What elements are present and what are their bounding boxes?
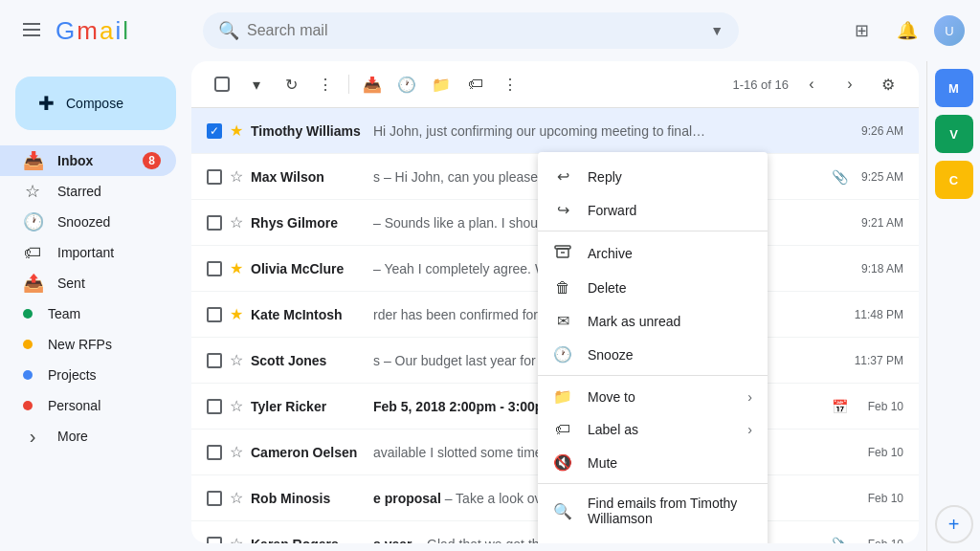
email-checkbox[interactable]: [207, 307, 222, 322]
star-icon[interactable]: ☆: [230, 443, 243, 461]
move-to-icon: 📁: [553, 387, 572, 406]
ctx-mute-label: Mute: [588, 455, 617, 471]
sidebar-item-new-rfps[interactable]: New RFPs: [0, 329, 176, 360]
email-preview: Hi John, just confirming our upcoming me…: [373, 123, 848, 139]
sidebar-label-new-rfps: New RFPs: [48, 337, 161, 352]
far-right-sidebar: M V C +: [926, 61, 980, 551]
email-checkbox[interactable]: [207, 261, 222, 276]
avatar[interactable]: U: [934, 15, 965, 46]
email-time: Feb 10: [856, 446, 903, 459]
select-dropdown-btn[interactable]: ▾: [241, 69, 272, 99]
star-icon[interactable]: ★: [230, 259, 243, 277]
sidebar-item-personal[interactable]: Personal: [0, 390, 176, 421]
star-icon[interactable]: ☆: [230, 213, 243, 231]
email-list-container: ▾ ↻ ⋮ 📥 🕐 📁 🏷 ⋮ 1-16 of 16 ‹ › ⚙ ✓ ★ Tim…: [191, 61, 919, 543]
sidebar-item-sent[interactable]: 📤 Sent: [0, 268, 176, 298]
ctx-move-to[interactable]: 📁 Move to ›: [538, 380, 768, 413]
email-checkbox[interactable]: [207, 215, 222, 231]
ctx-delete[interactable]: 🗑 Delete: [538, 272, 768, 304]
apps-icon[interactable]: ⊞: [842, 11, 880, 50]
ctx-snooze[interactable]: 🕐 Snooze: [538, 338, 768, 371]
clock-btn[interactable]: 🕐: [391, 69, 422, 99]
prev-page-btn[interactable]: ‹: [796, 69, 827, 99]
add-app-button[interactable]: +: [935, 505, 973, 543]
sidebar-item-starred[interactable]: ☆ Starred: [0, 176, 176, 207]
svg-rect-3: [215, 77, 229, 91]
star-icon[interactable]: ☆: [230, 351, 243, 369]
email-checkbox[interactable]: [207, 399, 222, 414]
ctx-find-subject[interactable]: 🔍 Find emails with this subject: [538, 534, 768, 543]
refresh-btn[interactable]: ↻: [276, 69, 306, 99]
star-icon[interactable]: ★: [230, 305, 243, 323]
sidebar-item-team[interactable]: Team: [0, 298, 176, 329]
email-toolbar: ▾ ↻ ⋮ 📥 🕐 📁 🏷 ⋮ 1-16 of 16 ‹ › ⚙: [191, 61, 919, 108]
search-dropdown-icon[interactable]: ▼: [710, 23, 724, 38]
snooze-icon: 🕐: [553, 345, 572, 364]
ctx-find-from-label: Find emails from Timothy Williamson: [588, 496, 752, 526]
email-time: Feb 10: [856, 538, 903, 544]
google-contacts-icon[interactable]: C: [935, 161, 973, 199]
more-options-btn[interactable]: ⋮: [310, 69, 341, 99]
google-tasks-icon[interactable]: V: [935, 115, 973, 153]
inbox-icon: 📥: [23, 150, 42, 171]
search-bar[interactable]: 🔍 ▼: [203, 12, 739, 49]
sender-name: Scott Jones: [251, 353, 366, 368]
archive-icon: [553, 243, 572, 264]
star-icon[interactable]: ☆: [230, 397, 243, 415]
star-icon[interactable]: ☆: [230, 167, 243, 186]
select-all-checkbox[interactable]: [207, 69, 237, 99]
email-checkbox[interactable]: [207, 445, 222, 460]
svg-rect-2: [23, 34, 40, 36]
notifications-icon[interactable]: 🔔: [888, 11, 926, 50]
next-page-btn[interactable]: ›: [835, 69, 865, 99]
toolbar-overflow-btn[interactable]: ⋮: [495, 69, 525, 99]
email-time: 11:37 PM: [855, 354, 903, 367]
sidebar-item-snoozed[interactable]: 🕐 Snoozed: [0, 207, 176, 237]
compose-button[interactable]: ✚ Compose: [15, 77, 176, 130]
sidebar-item-more[interactable]: › More: [0, 421, 176, 452]
ctx-mute[interactable]: 🔇 Mute: [538, 446, 768, 479]
sent-icon: 📤: [23, 273, 42, 294]
ctx-archive[interactable]: Archive: [538, 235, 768, 272]
star-icon[interactable]: ☆: [230, 535, 243, 543]
ctx-mark-unread[interactable]: ✉ Mark as unread: [538, 304, 768, 338]
ctx-label-as[interactable]: 🏷 Label as ›: [538, 413, 768, 446]
table-row[interactable]: ✓ ★ Timothy Williams Hi John, just confi…: [191, 108, 919, 154]
ctx-find-from[interactable]: 🔍 Find emails from Timothy Williamson: [538, 488, 768, 534]
email-time: 9:18 AM: [856, 262, 903, 276]
label-as-arrow: ›: [747, 422, 752, 437]
tag-btn[interactable]: 🏷: [460, 69, 491, 99]
email-checkbox[interactable]: [207, 491, 222, 506]
ctx-reply-label: Reply: [588, 169, 622, 185]
topbar: Gmail 🔍 ▼ ⊞ 🔔 U: [0, 0, 980, 61]
inbox-badge: 8: [143, 152, 161, 169]
star-icon[interactable]: ☆: [230, 489, 243, 507]
search-input[interactable]: [247, 22, 702, 39]
new-rfps-dot: [23, 340, 33, 349]
email-checkbox[interactable]: [207, 537, 222, 544]
ctx-find-subject-label: Find emails with this subject: [588, 541, 752, 543]
email-checkbox[interactable]: ✓: [207, 123, 222, 139]
settings-btn[interactable]: ⚙: [873, 69, 903, 99]
inbox-tab-btn[interactable]: 📥: [357, 69, 388, 99]
email-checkbox[interactable]: [207, 353, 222, 368]
sidebar-label-personal: Personal: [48, 398, 161, 413]
ctx-forward[interactable]: ↪ Forward: [538, 193, 768, 227]
mark-unread-icon: ✉: [553, 312, 572, 330]
gmail-logo: Gmail: [56, 16, 128, 46]
sender-name: Karen Rogers: [251, 537, 366, 544]
star-icon[interactable]: ★: [230, 121, 243, 140]
sidebar-item-inbox[interactable]: 📥 Inbox 8: [0, 145, 176, 176]
important-icon: 🏷: [23, 243, 42, 263]
menu-icon[interactable]: [15, 13, 48, 49]
sidebar-item-important[interactable]: 🏷 Important: [0, 237, 176, 268]
personal-dot: [23, 401, 33, 410]
ctx-mark-unread-label: Mark as unread: [588, 314, 680, 329]
email-time: 9:26 AM: [856, 124, 903, 138]
sidebar-item-projects[interactable]: Projects: [0, 360, 176, 390]
email-checkbox[interactable]: [207, 169, 222, 185]
ctx-reply[interactable]: ↩ Reply: [538, 160, 768, 193]
google-meet-icon[interactable]: M: [935, 69, 973, 107]
folder-btn[interactable]: 📁: [426, 69, 457, 99]
sender-name: Rhys Gilmore: [251, 215, 366, 231]
